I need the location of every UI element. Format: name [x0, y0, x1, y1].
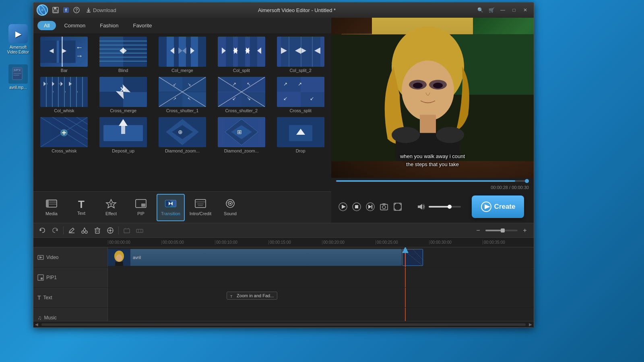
- volume-control: [415, 201, 461, 213]
- app-logo: [37, 4, 48, 16]
- audio-button[interactable]: [105, 225, 116, 236]
- zoom-fill: [485, 230, 502, 231]
- transition-deposit-up[interactable]: Deposit_up: [95, 116, 152, 154]
- zoom-in-button[interactable]: +: [519, 225, 530, 236]
- snapshot-button[interactable]: [378, 201, 390, 213]
- speed-button[interactable]: [121, 225, 132, 236]
- step-forward-button[interactable]: [364, 201, 376, 213]
- scroll-left-button[interactable]: ◀: [33, 321, 40, 327]
- transition-drop[interactable]: Drop: [272, 116, 329, 154]
- transition-bar[interactable]: Bar: [36, 36, 93, 74]
- time-display: 00:00:28 / 00:00:30: [334, 184, 530, 191]
- right-panel: when you walk away i count the steps tha…: [331, 18, 534, 223]
- svg-text:↙: ↙: [173, 82, 176, 86]
- svg-rect-10: [54, 10, 58, 12]
- tool-effect-label: Effect: [105, 211, 117, 216]
- svg-text:↑: ↑: [76, 90, 78, 94]
- svg-text:⊕: ⊕: [178, 129, 183, 135]
- tool-transition[interactable]: Transition: [157, 194, 185, 221]
- edit-button[interactable]: [66, 225, 77, 236]
- download-button[interactable]: Download: [83, 6, 119, 14]
- svg-text:↗: ↗: [232, 81, 236, 87]
- tool-pip[interactable]: PIP: [127, 194, 155, 221]
- fullscreen-button[interactable]: [392, 201, 404, 213]
- progress-bar-container[interactable]: [334, 178, 530, 184]
- tab-all[interactable]: All: [37, 21, 56, 30]
- svg-text:↗: ↗: [173, 97, 176, 101]
- transition-blind[interactable]: Blind: [95, 36, 152, 74]
- tool-media[interactable]: Media: [37, 194, 66, 221]
- help-button[interactable]: ?: [72, 6, 81, 14]
- progress-bar-fill: [336, 180, 515, 182]
- tool-effect[interactable]: Effect: [97, 194, 125, 221]
- volume-button[interactable]: [415, 201, 427, 213]
- svg-text:⊞: ⊞: [237, 129, 242, 135]
- search-icon-btn[interactable]: 🔍: [475, 6, 485, 14]
- media-icon: [46, 199, 57, 210]
- desktop-icon-avril[interactable]: MP4 avril.mp...: [4, 64, 32, 90]
- text-track-content[interactable]: T Zoom in and Fad...: [108, 288, 534, 307]
- tab-favorite[interactable]: Favorite: [126, 21, 158, 30]
- playhead-music: [405, 308, 406, 321]
- pip1-track-content[interactable]: [108, 267, 534, 287]
- transition-cross-whisk-label: Cross_whisk: [52, 148, 76, 153]
- svg-text:↑: ↑: [52, 90, 54, 94]
- minimize-button[interactable]: —: [497, 6, 508, 14]
- cut-button[interactable]: [79, 225, 90, 236]
- svg-rect-194: [124, 229, 130, 233]
- transition-col-whisk[interactable]: ↑ ↑ ↑ ↑ ↑ ↑ Col_whisk: [36, 76, 93, 114]
- tab-common[interactable]: Common: [58, 21, 92, 30]
- tool-intro-credit[interactable]: Intro/Credit: [186, 194, 215, 221]
- text-clip-tooltip: T Zoom in and Fad...: [227, 292, 277, 300]
- tool-text[interactable]: T Text: [67, 194, 95, 221]
- volume-track[interactable]: [429, 206, 461, 208]
- music-track-content[interactable]: [108, 308, 534, 321]
- transition-diamond-zoom-1[interactable]: ⊕ Diamond_zoom...: [154, 116, 211, 154]
- redo-button[interactable]: [50, 225, 61, 236]
- svg-text:↘: ↘: [188, 82, 191, 86]
- text-track-label: Text: [43, 295, 52, 300]
- close-button[interactable]: ✕: [520, 6, 530, 14]
- video-clip-main[interactable]: avril: [108, 249, 402, 266]
- transition-diamond-zoom-2[interactable]: ⊞ Diamond_zoom...: [213, 116, 270, 154]
- svg-rect-3: [13, 73, 21, 74]
- zoom-track[interactable]: [485, 230, 518, 231]
- aimersoft-icon: [8, 24, 28, 43]
- save-button[interactable]: [51, 6, 60, 14]
- transition-cross-split[interactable]: ↗ ↗ ↙ ↙ Cross_split: [272, 76, 329, 114]
- undo-button[interactable]: [37, 225, 48, 236]
- transition-cross-shutter-2[interactable]: ↗ ↖ ↙ ↘ Cross_shutter_2: [213, 76, 270, 114]
- tab-fashion[interactable]: Fashion: [93, 21, 125, 30]
- transition-cross-shutter-1[interactable]: ↙ ↘ ↗ ↖ Cross_shutter_1: [154, 76, 211, 114]
- transition-cross-merge[interactable]: ✕ Cross_merge: [95, 76, 152, 114]
- progress-thumb: [525, 179, 529, 183]
- create-button[interactable]: Create: [472, 195, 524, 218]
- maximize-button[interactable]: □: [509, 6, 519, 14]
- shopping-cart-btn[interactable]: 🛒: [486, 6, 497, 14]
- transition-col-merge[interactable]: Col_merge: [154, 36, 211, 74]
- volume-thumb: [448, 205, 452, 209]
- svg-rect-39: [226, 37, 233, 67]
- ruler-tick-6: 00:00:30:00: [429, 240, 483, 245]
- stop-button[interactable]: [351, 201, 363, 213]
- zoom-controls: − +: [473, 225, 530, 236]
- sound-icon: [225, 199, 236, 210]
- detach-audio-button[interactable]: [134, 225, 145, 236]
- content-area: All Common Fashion Favorite: [33, 18, 534, 223]
- progress-bar-track[interactable]: [336, 180, 529, 182]
- scroll-right-button[interactable]: ▶: [527, 321, 534, 327]
- video-track-content[interactable]: avril: [108, 247, 534, 267]
- delete-button[interactable]: [92, 225, 103, 236]
- transition-col-split-2[interactable]: Col_split_2: [272, 36, 329, 74]
- facebook-button[interactable]: f: [62, 6, 70, 14]
- desktop-icon-aimersoft[interactable]: Aimersoft Video Editor: [4, 24, 32, 55]
- svg-text:↙: ↙: [232, 96, 236, 101]
- transition-col-split[interactable]: Col_split: [213, 36, 270, 74]
- play-button[interactable]: [337, 201, 349, 213]
- zoom-out-button[interactable]: −: [473, 225, 484, 236]
- tool-sound[interactable]: Sound: [216, 194, 244, 221]
- hscroll-track[interactable]: [41, 323, 526, 326]
- transition-cross-whisk[interactable]: Cross_whisk: [36, 116, 93, 154]
- track-music: ♫ Music: [33, 308, 534, 321]
- svg-text:✕: ✕: [120, 86, 126, 94]
